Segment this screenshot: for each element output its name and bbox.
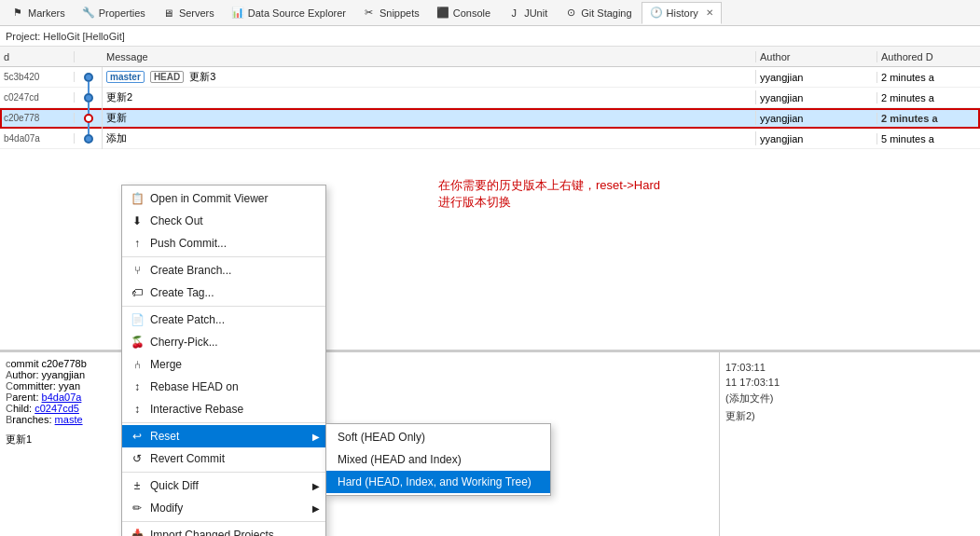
commit-detail-parent: Parent: b4da07a <box>6 392 713 403</box>
menu-separator-2 <box>122 306 325 307</box>
menu-create-branch[interactable]: ⑂ Create Branch... <box>122 259 325 282</box>
rebase-icon: ↕ <box>130 379 145 394</box>
col-header-date: Authored D <box>877 51 980 62</box>
main-area: d Message Author Authored D 5c3b420 mast… <box>0 47 980 536</box>
branches-link[interactable]: maste <box>55 414 83 425</box>
open-commit-icon: 📋 <box>130 191 145 206</box>
graph-cell <box>75 129 103 149</box>
commit-message: 更新 <box>103 111 756 125</box>
reset-arrow: ▶ <box>312 432 320 442</box>
commit-author: yyangjian <box>756 92 877 103</box>
tab-history[interactable]: 🕐 History ✕ <box>642 2 722 24</box>
table-row[interactable]: c0247cd 更新2 yyangjian 2 minutes a <box>0 88 980 108</box>
menu-create-tag[interactable]: 🏷 Create Tag... <box>122 282 325 304</box>
menu-cherry-pick[interactable]: 🍒 Cherry-Pick... <box>122 331 325 353</box>
quick-diff-arrow: ▶ <box>312 481 320 491</box>
detail-content2: 更新2) <box>725 409 974 423</box>
tab-markers[interactable]: ⚑ Markers <box>4 2 73 24</box>
create-patch-icon: 📄 <box>130 312 145 327</box>
quick-diff-icon: ± <box>130 478 145 493</box>
tag-head: HEAD <box>150 71 184 83</box>
menu-quick-diff[interactable]: ± Quick Diff ▶ <box>122 474 325 497</box>
cherry-pick-icon: 🍒 <box>130 335 145 350</box>
menu-modify[interactable]: ✏ Modify ▶ <box>122 497 325 519</box>
commit-detail-committer: Committer: yyan <box>6 380 713 392</box>
create-tag-icon: 🏷 <box>130 285 145 300</box>
merge-icon: ⑃ <box>130 357 145 372</box>
commit-author: yyangjian <box>756 72 877 83</box>
menu-separator-3 <box>122 422 325 423</box>
table-header: d Message Author Authored D <box>0 47 980 67</box>
commit-message: 添加 <box>103 131 756 145</box>
import-icon: 📥 <box>130 528 145 536</box>
commit-detail-author: Author: yyangjian <box>6 369 713 380</box>
junit-icon: J <box>507 7 520 20</box>
commit-date: 2 minutes a <box>877 72 980 83</box>
modify-icon: ✏ <box>130 501 145 515</box>
tab-junit[interactable]: J JUnit <box>500 2 555 24</box>
tag-master: master <box>106 71 145 83</box>
reset-icon: ↩ <box>130 429 145 444</box>
menu-create-patch[interactable]: 📄 Create Patch... <box>122 309 325 331</box>
modify-arrow: ▶ <box>312 503 320 514</box>
tab-console[interactable]: ⬛ Console <box>429 2 498 24</box>
commit-id: c20e778 <box>0 113 75 123</box>
tab-bar: ⚑ Markers 🔧 Properties 🖥 Servers 📊 Data … <box>0 0 980 26</box>
push-icon: ↑ <box>130 236 145 251</box>
menu-rebase-head[interactable]: ↕ Rebase HEAD on <box>122 376 325 398</box>
commit-message: master HEAD 更新3 <box>103 70 756 84</box>
table-row[interactable]: 5c3b420 master HEAD 更新3 yyangjian 2 minu… <box>0 67 980 88</box>
col-header-message: Message <box>103 51 756 62</box>
commit-date: 5 minutes a <box>877 133 980 144</box>
parent-link[interactable]: b4da07a <box>42 392 82 403</box>
snippets-icon: ✂ <box>363 7 376 20</box>
menu-separator-4 <box>122 472 325 473</box>
graph-cell <box>75 67 103 88</box>
submenu-soft[interactable]: Soft (HEAD Only) <box>326 426 550 448</box>
menu-open-commit[interactable]: 📋 Open in Commit Viewer <box>122 187 325 210</box>
commit-table: d Message Author Authored D 5c3b420 mast… <box>0 47 980 536</box>
commit-detail-child: Child: c0247cd5 <box>6 403 713 414</box>
context-menu: 📋 Open in Commit Viewer ⬇ Check Out ↑ Pu… <box>121 185 326 536</box>
menu-import-changed[interactable]: 📥 Import Changed Projects <box>122 524 325 536</box>
menu-push-commit[interactable]: ↑ Push Commit... <box>122 232 325 254</box>
commit-id: 5c3b420 <box>0 72 75 82</box>
servers-icon: 🖥 <box>162 7 175 20</box>
tab-gitstaging[interactable]: ⊙ Git Staging <box>557 2 639 24</box>
submenu-hard[interactable]: Hard (HEAD, Index, and Working Tree) <box>326 471 550 493</box>
checkout-icon: ⬇ <box>130 213 145 228</box>
col-header-id: d <box>0 51 75 62</box>
col-header-author: Author <box>756 51 877 62</box>
menu-reset[interactable]: ↩ Reset ▶ Soft (HEAD Only) Mixed (HEAD a… <box>122 425 325 447</box>
graph-cell <box>75 88 103 108</box>
console-icon: ⬛ <box>436 7 449 20</box>
interactive-rebase-icon: ↕ <box>130 402 145 417</box>
detail-timestamp2: 11 17:03:11 <box>725 377 974 388</box>
commit-date: 2 minutes a <box>877 113 980 124</box>
tab-snippets[interactable]: ✂ Snippets <box>355 2 427 24</box>
menu-merge[interactable]: ⑃ Merge <box>122 353 325 376</box>
commit-author: yyangjian <box>756 113 877 124</box>
menu-checkout[interactable]: ⬇ Check Out <box>122 210 325 232</box>
menu-interactive-rebase[interactable]: ↕ Interactive Rebase <box>122 398 325 420</box>
detail-panel-right: 17:03:11 11 17:03:11 (添加文件) 更新2) <box>719 352 980 536</box>
history-icon: 🕐 <box>650 7 663 20</box>
detail-timestamp1: 17:03:11 <box>725 362 974 373</box>
menu-separator-1 <box>122 256 325 257</box>
create-branch-icon: ⑂ <box>130 263 145 278</box>
menu-revert[interactable]: ↺ Revert Commit <box>122 447 325 470</box>
commit-author: yyangjian <box>756 133 877 144</box>
table-row[interactable]: c20e778 更新 yyangjian 2 minutes a <box>0 108 980 129</box>
child-link[interactable]: c0247cd5 <box>35 403 79 414</box>
menu-separator-5 <box>122 521 325 522</box>
tab-datasource[interactable]: 📊 Data Source Explorer <box>224 2 353 24</box>
datasource-icon: 📊 <box>231 7 244 20</box>
tab-servers[interactable]: 🖥 Servers <box>155 2 222 24</box>
close-icon[interactable]: ✕ <box>706 7 713 18</box>
submenu-mixed[interactable]: Mixed (HEAD and Index) <box>326 448 550 471</box>
graph-cell <box>75 108 103 129</box>
table-row[interactable]: b4da07a 添加 yyangjian 5 minutes a <box>0 129 980 149</box>
project-bar: Project: HelloGit [HelloGit] <box>0 26 980 47</box>
tab-properties[interactable]: 🔧 Properties <box>75 2 153 24</box>
commit-id: b4da07a <box>0 133 75 144</box>
